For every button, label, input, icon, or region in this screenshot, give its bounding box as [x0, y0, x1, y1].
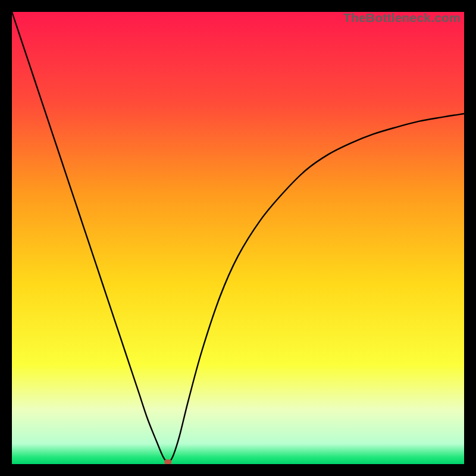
watermark-text: TheBottleneck.com	[343, 11, 461, 25]
gradient-background	[12, 12, 464, 464]
optimal-point-marker	[164, 459, 171, 464]
chart-frame: TheBottleneck.com	[12, 12, 464, 464]
bottleneck-chart	[12, 12, 464, 464]
